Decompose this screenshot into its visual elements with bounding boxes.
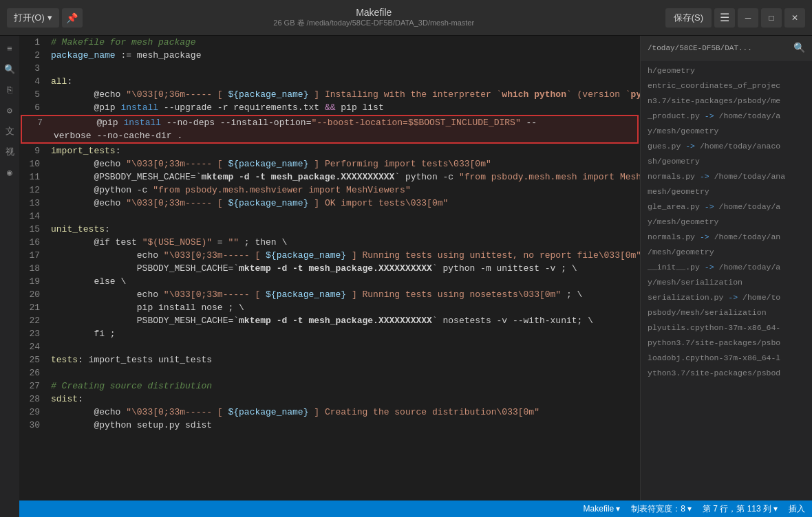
table-row: 29 @echo "\033[0;33m----- [ ${package_na…	[19, 406, 640, 419]
titlebar-right: 保存(S) ☰ ─ □ ✕	[665, 8, 805, 28]
sidebar-icons: ≡ 🔍 ⎘ ⚙ 文 视 ◉	[0, 36, 19, 517]
table-row: 30 @python setup.py sdist	[19, 419, 640, 432]
sidebar-icon-text[interactable]: 文	[2, 124, 17, 139]
code-line-content: @echo "\033[0;33m----- [ ${package_name}…	[47, 157, 640, 170]
list-item[interactable]: psbody/mesh/serialization	[641, 305, 812, 320]
list-item[interactable]: gues.py -> /home/today/anaco	[641, 139, 812, 154]
right-panel-header: /today/58CE-DF5B/DAT... 🔍	[641, 36, 812, 60]
tabwidth-label: 制表符宽度：8	[631, 503, 685, 515]
code-line-content: echo "\033[0;33m----- [ ${package_name} …	[47, 288, 640, 301]
line-number: 26	[19, 366, 47, 380]
minimize-button[interactable]: ─	[738, 8, 758, 28]
code-line-content: PSBODY_MESH_CACHE=`mktemp -d -t mesh_pac…	[47, 314, 640, 327]
list-item[interactable]: python3.7/site-packages/psbo	[641, 336, 812, 351]
code-line-content: PSBODY_MESH_CACHE=`mktemp -d -t mesh_pac…	[47, 262, 640, 275]
list-item[interactable]: sh/geometry	[641, 154, 812, 169]
line-number: 5	[19, 88, 47, 101]
list-item[interactable]: /mesh/geometry	[641, 245, 812, 260]
line-number: 22	[19, 314, 47, 327]
pin-button[interactable]: 📌	[62, 8, 83, 28]
code-line-content: @echo "\033[0;33m----- [ ${package_name}…	[47, 406, 640, 419]
table-row: 27 # Creating source distribution	[19, 380, 640, 393]
editor-area[interactable]: 1 # Makefile for mesh package 2 package_…	[19, 36, 640, 500]
table-row: 4 all:	[19, 75, 640, 88]
list-item[interactable]: entric_coordinates_of_projec	[641, 78, 812, 94]
statusbar-filetype[interactable]: Makefile ▾	[584, 504, 621, 514]
line-number: 3	[19, 62, 47, 75]
table-row: 22 PSBODY_MESH_CACHE=`mktemp -d -t mesh_…	[19, 314, 640, 327]
tabwidth-chevron-icon: ▾	[687, 504, 692, 514]
table-row: 21 pip install nose ; \	[19, 301, 640, 314]
line-number: 2	[19, 49, 47, 62]
code-line-content: @if test "$(USE_NOSE)" = "" ; then \	[47, 236, 640, 249]
line-number: 12	[19, 184, 47, 197]
table-row: 16 @if test "$(USE_NOSE)" = "" ; then \	[19, 236, 640, 249]
line-number: 30	[19, 419, 47, 432]
list-item[interactable]: normals.py -> /home/today/an	[641, 230, 812, 245]
table-row: 9 import_tests:	[19, 144, 640, 157]
pin-icon: 📌	[66, 12, 78, 23]
statusbar-mode[interactable]: 插入	[789, 503, 805, 515]
list-item[interactable]: __init__.py -> /home/today/a	[641, 260, 812, 275]
list-item[interactable]: gle_area.py -> /home/today/a	[641, 199, 812, 214]
search-icon[interactable]: 🔍	[793, 42, 805, 54]
line-number: 27	[19, 380, 47, 393]
list-item[interactable]: mesh/geometry	[641, 184, 812, 199]
table-row: 26	[19, 366, 640, 380]
line-number: 19	[19, 275, 47, 288]
menu-button[interactable]: ☰	[714, 8, 735, 28]
list-item[interactable]: n3.7/site-packages/psbody/me	[641, 94, 812, 109]
line-number: 1	[19, 36, 47, 49]
right-panel-path: /today/58CE-DF5B/DAT...	[648, 44, 752, 52]
sidebar-icon-view[interactable]: 视	[2, 144, 17, 160]
line-number: 20	[19, 288, 47, 301]
statusbar-tabwidth[interactable]: 制表符宽度：8 ▾	[631, 503, 692, 515]
list-item[interactable]: serialization.py -> /home/to	[641, 290, 812, 305]
sidebar-icon-menu[interactable]: ≡	[2, 41, 17, 56]
statusbar-position[interactable]: 第 7 行，第 113 列 ▾	[703, 503, 778, 515]
mode-label: 插入	[789, 503, 805, 515]
list-item[interactable]: y/mesh/geometry	[641, 214, 812, 230]
right-panel-list[interactable]: h/geometry entric_coordinates_of_projec …	[641, 60, 812, 500]
list-item[interactable]: loadobj.cpython-37m-x86_64-l	[641, 351, 812, 366]
sidebar-icon-branch[interactable]: ⎘	[2, 82, 17, 98]
list-item[interactable]: y/mesh/serialization	[641, 275, 812, 290]
titlebar-center: Makefile 26 GB 卷 /media/today/58CE-DF5B/…	[273, 7, 474, 28]
titlebar-left: 打开(O) ▾ 📌	[7, 8, 83, 28]
table-row: 10 @echo "\033[0;33m----- [ ${package_na…	[19, 157, 640, 170]
list-item[interactable]: _product.py -> /home/today/a	[641, 109, 812, 124]
list-item[interactable]: h/geometry	[641, 63, 812, 78]
code-line-content: all:	[47, 75, 640, 88]
sidebar-icon-circle[interactable]: ◉	[2, 165, 17, 180]
filetype-chevron-icon: ▾	[616, 504, 620, 514]
main-content: 1 # Makefile for mesh package 2 package_…	[19, 36, 812, 500]
save-button[interactable]: 保存(S)	[665, 8, 712, 28]
list-item[interactable]: y/mesh/geometry	[641, 124, 812, 139]
table-row: 28 sdist:	[19, 393, 640, 406]
line-number: 4	[19, 75, 47, 88]
list-item[interactable]: plyutils.cpython-37m-x86_64-	[641, 320, 812, 336]
list-item[interactable]: normals.py -> /home/today/ana	[641, 169, 812, 184]
code-line-content	[47, 62, 640, 75]
close-button[interactable]: ✕	[784, 8, 805, 28]
code-line-content: @python setup.py sdist	[47, 419, 640, 432]
right-panel: /today/58CE-DF5B/DAT... 🔍 h/geometry ent…	[640, 36, 812, 500]
line-number: 28	[19, 393, 47, 406]
code-line-content: # Makefile for mesh package	[47, 36, 640, 49]
line-number: 23	[19, 327, 47, 340]
list-item[interactable]: ython3.7/site-packages/psbod	[641, 366, 812, 381]
code-line-content: tests: import_tests unit_tests	[47, 353, 640, 366]
sidebar-icon-settings[interactable]: ⚙	[2, 103, 17, 118]
maximize-button[interactable]: □	[761, 8, 782, 28]
filetype-label: Makefile	[584, 504, 615, 514]
table-row: 12 @python -c "from psbody.mesh.meshview…	[19, 184, 640, 197]
code-line-content: @PSBODY_MESH_CACHE=`mktemp -d -t mesh_pa…	[47, 170, 640, 184]
open-button[interactable]: 打开(O) ▾	[7, 8, 59, 28]
line-number: 6	[19, 101, 47, 114]
table-row: 14	[19, 210, 640, 223]
menu-icon: ☰	[720, 11, 729, 24]
code-line-content: unit_tests:	[47, 223, 640, 236]
table-row: 1 # Makefile for mesh package	[19, 36, 640, 49]
table-row: 13 @echo "\033[0;33m----- [ ${package_na…	[19, 197, 640, 210]
sidebar-icon-search[interactable]: 🔍	[2, 62, 17, 77]
